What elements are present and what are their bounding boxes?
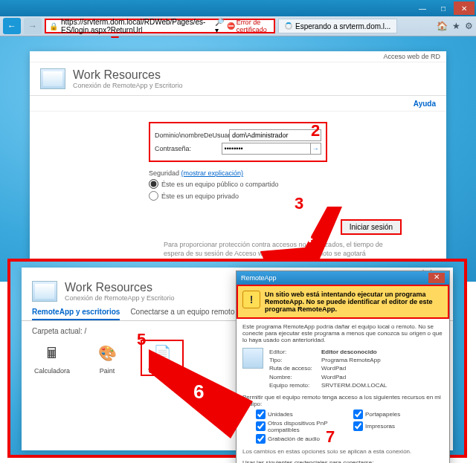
callout-2: 2 xyxy=(311,121,320,140)
credentials-header: Usar las siguientes credenciales para co… xyxy=(242,459,443,463)
equipo-label: Equipo remoto: xyxy=(269,381,321,389)
rd-web-access-link[interactable]: Acceso web de RD xyxy=(383,53,440,60)
url-text: https://srvterm.dom.local/RDWeb/Pages/es… xyxy=(61,18,212,34)
tab-title: Esperando a srvterm.dom.l... xyxy=(295,22,390,30)
tools-icon[interactable]: ⚙ xyxy=(465,21,473,31)
tipo-value: Programa RemoteApp xyxy=(321,356,381,364)
security-label: Seguridad xyxy=(149,169,179,177)
dialog-title: RemoteApp xyxy=(241,274,277,282)
callout-5: 5 xyxy=(137,330,146,349)
password-label: Contraseña: xyxy=(155,145,222,152)
warning-text: Un sitio web está intentando ejecutar un… xyxy=(265,291,433,313)
credentials-box: Dominio\nombreDeUsuario: Contraseña: → xyxy=(149,122,327,162)
nombre-value: WordPad xyxy=(321,373,346,381)
tab-connect-remote[interactable]: Conectarse a un equipo remoto xyxy=(130,305,234,320)
maximize-button[interactable]: □ xyxy=(433,1,454,15)
ruta-label: Ruta de acceso: xyxy=(269,364,321,372)
help-link[interactable]: Ayuda xyxy=(414,100,436,108)
permissions-note: Los cambios en estas opciones solo se ap… xyxy=(242,448,443,455)
favorites-icon[interactable]: ★ xyxy=(452,21,460,31)
callout-6: 6 xyxy=(193,381,204,404)
private-radio[interactable] xyxy=(149,191,158,201)
forward-button[interactable]: → xyxy=(24,18,42,34)
public-radio[interactable] xyxy=(149,179,158,189)
browser-tab[interactable]: Esperando a srvterm.dom.l... xyxy=(278,19,397,33)
public-label: Éste es un equipo público o compartido xyxy=(161,181,279,188)
minimize-button[interactable]: — xyxy=(412,1,433,15)
app-label: Calculadora xyxy=(34,367,70,375)
editor-label: Editor: xyxy=(269,348,321,356)
address-bar[interactable]: 🔒 https://srvterm.dom.local/RDWeb/Pages/… xyxy=(45,19,275,33)
page-subtitle: Conexión de RemoteApp y Escritorio xyxy=(73,82,183,89)
username-input[interactable] xyxy=(229,129,321,141)
editor-value: Editor desconocido xyxy=(321,348,377,356)
username-label: Dominio\nombreDeUsuario: xyxy=(155,132,229,139)
check-unidades[interactable]: Unidades xyxy=(256,409,346,419)
app-calculadora[interactable]: 🖩 Calculadora xyxy=(32,341,72,375)
tipo-label: Tipo: xyxy=(269,356,321,364)
home-icon[interactable]: 🏠 xyxy=(437,21,448,31)
window-title-bar: — □ ✕ xyxy=(0,0,476,16)
callout-4: 4 xyxy=(303,227,312,247)
app-paint[interactable]: 🎨 Paint xyxy=(87,341,127,375)
calculator-icon: 🖩 xyxy=(40,341,64,365)
tab-remoteapp[interactable]: RemoteApp y escritorios xyxy=(32,305,120,320)
callout-7: 7 xyxy=(326,427,335,447)
warning-icon: ! xyxy=(242,291,260,308)
page-title-2: Work Resources xyxy=(65,281,175,294)
nombre-label: Nombre: xyxy=(269,373,321,381)
callout-1: 1 xyxy=(110,36,119,42)
page-subtitle-2: Conexión de RemoteApp y Escritorio xyxy=(65,294,175,302)
check-impresoras[interactable]: Impresoras xyxy=(353,420,443,433)
reveal-password-icon[interactable]: → xyxy=(311,143,321,155)
permissions-header: Permitir que el equipo remoto tenga acce… xyxy=(242,394,443,407)
lock-icon: 🔒 xyxy=(49,22,58,30)
equipo-value: SRVTERM.DOM.LOCAL xyxy=(321,381,387,389)
work-resources-logo-icon-2 xyxy=(32,281,57,302)
password-input[interactable] xyxy=(222,143,311,155)
search-dropdown-icon[interactable]: 🔎▾ xyxy=(215,18,224,34)
work-resources-logo-icon xyxy=(40,68,65,89)
paint-icon: 🎨 xyxy=(95,341,119,365)
back-button[interactable]: ← xyxy=(3,18,21,34)
loading-spinner-icon xyxy=(285,22,292,30)
app-label: Paint xyxy=(100,367,115,375)
page-title: Work Resources xyxy=(73,68,183,82)
dialog-description: Este programa RemoteApp podría dañar el … xyxy=(242,323,443,343)
ruta-value: WordPad xyxy=(321,364,346,372)
certificate-error[interactable]: ⛔ Error de certificado xyxy=(227,19,271,33)
check-portapapeles[interactable]: Portapapeles xyxy=(353,409,443,419)
dialog-close-button[interactable]: ✕ xyxy=(428,273,445,283)
close-button[interactable]: ✕ xyxy=(454,1,475,15)
security-explain-link[interactable]: (mostrar explicación) xyxy=(181,169,244,177)
private-label: Éste es un equipo privado xyxy=(161,192,239,200)
remoteapp-dialog: RemoteApp ✕ ! Un sitio web está intentan… xyxy=(236,271,450,463)
